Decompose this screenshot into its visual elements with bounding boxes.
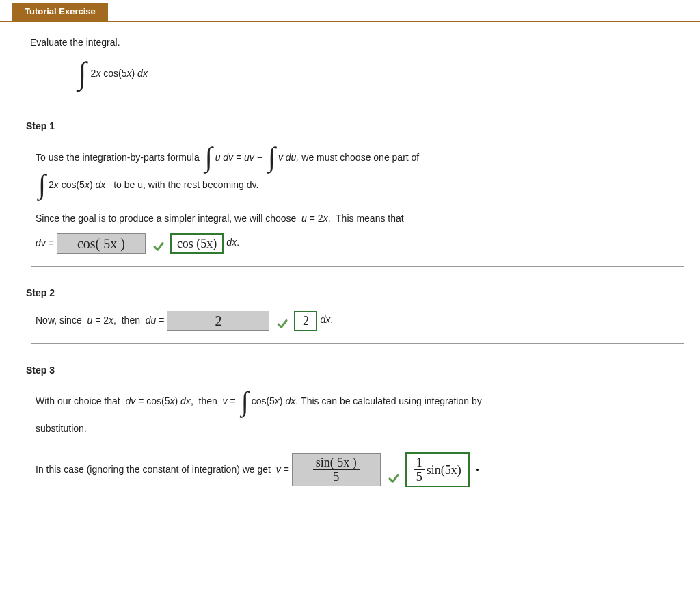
dx-label: dx. [226, 233, 239, 252]
checkmark-icon [152, 240, 165, 252]
previous-answer-box: sin( 5x ) 5 [292, 453, 381, 486]
text: This can be calculated using integration… [301, 392, 482, 410]
text: To use the integration-by-parts formula [36, 148, 200, 167]
math-text: u dv = uv − [215, 148, 262, 167]
math-text: 2x cos(5x) dx [49, 176, 105, 194]
math-text: cos(5x) dx. [252, 392, 298, 410]
text: we must choose one part of [301, 148, 419, 167]
step1-line3: Since the goal is to produce a simpler i… [36, 209, 684, 228]
integral-expression: ∫ 2x cos(5x) dx [78, 57, 684, 89]
content: Evaluate the integral. ∫ 2x cos(5x) dx S… [0, 22, 700, 497]
correct-answer-box[interactable]: cos (5x) [170, 233, 224, 254]
dx-label: dx. [320, 311, 333, 329]
dv-equals: dv = [36, 234, 54, 252]
integral-sign-icon: ∫ [268, 144, 275, 171]
text: Now, since u = 2x, then du = [36, 311, 164, 330]
tutorial-exercise-tab: Tutorial Exercise [12, 3, 108, 21]
divider [31, 343, 684, 344]
step-2-body: Now, since u = 2x, then du = 2 2 dx. [36, 311, 684, 344]
previous-answer-box: 2 [167, 311, 269, 331]
checkmark-icon [276, 317, 288, 330]
period-dot [476, 469, 479, 471]
step-3-body: With our choice that dv = cos(5x) dx, th… [36, 388, 684, 498]
integral-sign-icon: ∫ [205, 144, 213, 171]
integral-sign-icon: ∫ [38, 171, 46, 198]
text: In this case (ignoring the constant of i… [36, 460, 289, 479]
correct-answer-box[interactable]: 2 [294, 311, 317, 331]
divider [31, 497, 684, 497]
step1-answer-row: dv = cos( 5x ) cos (5x) dx. [36, 233, 684, 254]
divider [31, 266, 684, 267]
integral-sign-icon: ∫ [78, 57, 87, 89]
header-bar: Tutorial Exercise [0, 3, 700, 22]
page: Tutorial Exercise Evaluate the integral.… [0, 3, 700, 511]
correct-answer-box[interactable]: 1 5 sin(5x) [405, 452, 470, 487]
previous-answer-box: cos( 5x ) [57, 233, 146, 254]
text: With our choice that dv = cos(5x) dx, th… [36, 392, 236, 410]
text: to be u, with the rest becoming dv. [113, 176, 258, 194]
step3-line1b: substitution. [36, 419, 684, 438]
step-1-body: To use the integration-by-parts formula … [36, 144, 684, 267]
step2-answer-row: Now, since u = 2x, then du = 2 2 dx. [36, 311, 684, 331]
integral-sign-icon: ∫ [241, 388, 249, 415]
step1-line2: ∫ 2x cos(5x) dx to be u, with the rest b… [36, 171, 684, 198]
step-3-label: Step 3 [26, 365, 684, 376]
step-1-label: Step 1 [26, 120, 684, 131]
integral-body: 2x cos(5x) dx [91, 68, 148, 79]
checkmark-icon [388, 472, 400, 484]
step3-answer-row: In this case (ignoring the constant of i… [36, 452, 684, 487]
step1-line1: To use the integration-by-parts formula … [36, 144, 684, 171]
math-text: v du, [278, 148, 299, 167]
step3-line1: With our choice that dv = cos(5x) dx, th… [36, 388, 684, 415]
step-2-label: Step 2 [26, 287, 684, 298]
exercise-prompt: Evaluate the integral. [30, 37, 684, 48]
